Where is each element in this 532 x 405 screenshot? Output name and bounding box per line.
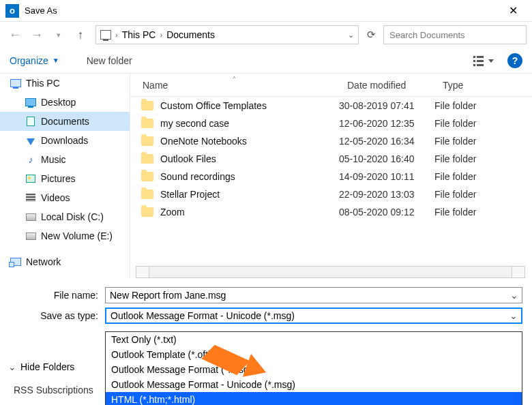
table-row[interactable]: Stellar Project22-09-2020 13:03File fold… — [130, 185, 532, 203]
chevron-right-icon: › — [115, 31, 118, 39]
chevron-down-icon[interactable]: ⌄ — [508, 289, 520, 301]
svg-rect-3 — [477, 60, 484, 62]
outlook-icon: o — [5, 4, 19, 18]
address-dropdown-icon[interactable]: ⌄ — [348, 31, 354, 40]
folder-icon — [141, 119, 153, 128]
address-bar[interactable]: › This PC › Documents ⌄ — [95, 25, 359, 44]
breadcrumb-root[interactable]: This PC — [122, 29, 156, 40]
file-name-value: New Report from Jane.msg — [110, 290, 226, 301]
tree-music[interactable]: ♪Music — [0, 150, 130, 169]
file-type: File folder — [434, 136, 532, 147]
organize-button[interactable]: Organize ▼ — [10, 55, 59, 66]
disk-icon — [26, 232, 36, 240]
file-name: Stellar Project — [160, 189, 339, 200]
file-date: 22-09-2020 13:03 — [339, 189, 434, 200]
tree-label: Pictures — [41, 173, 76, 184]
titlebar: o Save As ✕ — [0, 0, 532, 22]
table-row[interactable]: OneNote Notebooks12-05-2020 16:34File fo… — [130, 132, 532, 150]
nav-up-button[interactable]: ↑ — [71, 25, 90, 44]
tree-downloads[interactable]: Downloads — [0, 131, 130, 150]
pc-icon — [100, 30, 111, 40]
file-name: my second case — [160, 118, 339, 129]
chevron-right-icon: › — [160, 31, 162, 39]
file-date: 12-05-2020 16:34 — [339, 136, 434, 147]
file-type: File folder — [434, 171, 532, 182]
folder-icon — [141, 207, 153, 217]
column-headers: ˄ Name Date modified Type — [130, 74, 532, 97]
tree-videos[interactable]: Videos — [0, 188, 130, 207]
file-name: Outlook Files — [160, 153, 339, 164]
table-row[interactable]: Sound recordings14-09-2020 10:11File fol… — [130, 168, 532, 185]
save-type-option[interactable]: Outlook Message Format (*.msg) — [106, 362, 522, 377]
save-type-option[interactable]: Outlook Template (*.oft) — [106, 347, 522, 362]
nav-tree: This PC Desktop Documents Downloads ♪Mus… — [0, 74, 130, 278]
file-name: Custom Office Templates — [160, 100, 339, 111]
file-type: File folder — [434, 118, 532, 129]
folder-icon — [141, 101, 153, 110]
tree-label: Network — [26, 256, 61, 267]
music-icon: ♪ — [25, 154, 37, 165]
table-row[interactable]: Zoom08-05-2020 09:12File folder — [130, 203, 532, 221]
nav-row: ← → ▾ ↑ › This PC › Documents ⌄ ⟳ Search… — [0, 22, 532, 48]
tree-label: Downloads — [41, 135, 88, 146]
svg-rect-0 — [473, 56, 475, 58]
refresh-button[interactable]: ⟳ — [361, 25, 381, 44]
file-name: OneNote Notebooks — [160, 136, 339, 147]
table-row[interactable]: Outlook Files05-10-2020 16:40File folder — [130, 150, 532, 168]
tree-label: Local Disk (C:) — [41, 211, 104, 222]
tree-network[interactable]: Network — [0, 252, 130, 271]
hide-folders-button[interactable]: ⌄ Hide Folders — [8, 361, 74, 372]
file-type: File folder — [434, 100, 532, 111]
folder-icon — [141, 172, 153, 181]
tree-label: Videos — [41, 192, 70, 203]
svg-rect-4 — [473, 64, 475, 66]
horizontal-scrollbar[interactable] — [136, 266, 525, 278]
col-date[interactable]: Date modified — [335, 80, 430, 91]
tree-documents[interactable]: Documents — [0, 112, 130, 131]
nav-forward-button[interactable]: → — [27, 25, 46, 44]
table-row[interactable]: Custom Office Templates30-08-2019 07:41F… — [130, 97, 532, 115]
recent-locations-button[interactable]: ▾ — [49, 25, 68, 44]
tree-local-disk[interactable]: Local Disk (C:) — [0, 207, 130, 226]
save-type-option[interactable]: Text Only (*.txt) — [106, 332, 522, 347]
file-name-input[interactable]: New Report from Jane.msg ⌄ — [105, 287, 522, 303]
tree-label: Documents — [41, 116, 89, 127]
file-name-label: File name: — [10, 290, 105, 301]
help-button[interactable]: ? — [507, 53, 522, 68]
col-type[interactable]: Type — [430, 80, 532, 91]
folder-icon — [141, 154, 153, 164]
file-name: Sound recordings — [160, 171, 339, 182]
search-input[interactable]: Search Documents — [383, 25, 527, 44]
svg-rect-2 — [473, 60, 475, 62]
rss-subscriptions[interactable]: RSS Subscriptions — [14, 385, 93, 395]
chevron-down-icon[interactable]: ⌄ — [507, 310, 520, 321]
pc-icon — [10, 79, 21, 87]
tree-desktop[interactable]: Desktop — [0, 93, 130, 112]
file-date: 14-09-2020 10:11 — [339, 171, 434, 182]
tree-pictures[interactable]: Pictures — [0, 169, 130, 188]
close-button[interactable]: ✕ — [499, 4, 527, 17]
save-type-option[interactable]: Outlook Message Format - Unicode (*.msg) — [106, 377, 522, 392]
view-options-button[interactable] — [472, 54, 495, 68]
tree-new-volume[interactable]: New Volume (E:) — [0, 226, 130, 245]
file-date: 30-08-2019 07:41 — [339, 100, 434, 111]
new-folder-button[interactable]: New folder — [87, 55, 132, 66]
folder-icon — [141, 136, 153, 146]
documents-icon — [27, 117, 35, 126]
svg-rect-5 — [477, 64, 484, 66]
save-type-option[interactable]: HTML (*.htm;*.html) — [106, 392, 522, 405]
file-date: 08-05-2020 09:12 — [339, 207, 434, 217]
tree-label: This PC — [26, 78, 60, 89]
file-type: File folder — [434, 207, 532, 217]
hide-folders-label: Hide Folders — [20, 361, 74, 372]
save-type-label: Save as type: — [10, 310, 105, 321]
breadcrumb-folder[interactable]: Documents — [166, 29, 215, 40]
nav-back-button[interactable]: ← — [5, 25, 25, 44]
save-type-select[interactable]: Outlook Message Format - Unicode (*.msg)… — [105, 308, 522, 324]
save-type-dropdown[interactable]: Text Only (*.txt)Outlook Template (*.oft… — [105, 331, 522, 405]
file-list: ˄ Name Date modified Type Custom Office … — [130, 74, 532, 278]
tree-this-pc[interactable]: This PC — [0, 74, 130, 93]
pictures-icon — [26, 175, 35, 183]
table-row[interactable]: my second case12-06-2020 12:35File folde… — [130, 115, 532, 132]
file-name: Zoom — [160, 207, 339, 217]
